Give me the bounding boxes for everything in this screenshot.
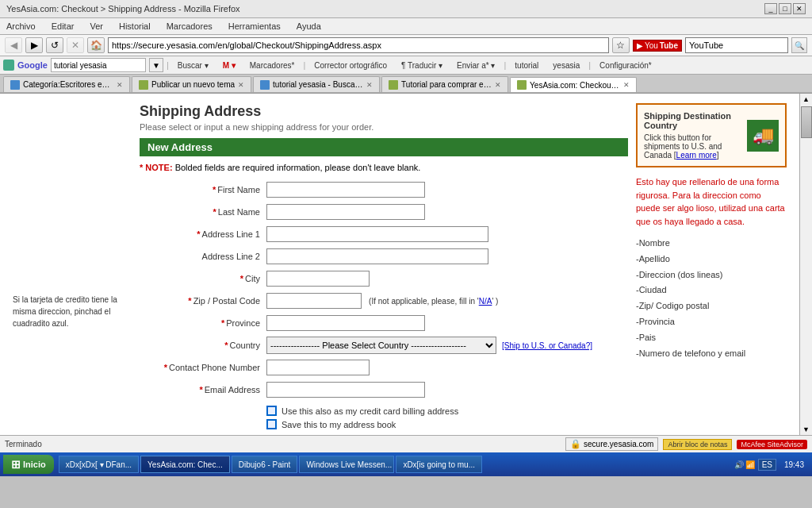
checkboxes-section: Use this also as my credit card billing … (140, 406, 628, 429)
search-box[interactable] (685, 37, 788, 53)
tab-1[interactable]: Publicar un nuevo tema ✕ (132, 76, 251, 92)
google-favicon (3, 60, 14, 71)
tab-close-4[interactable]: ✕ (623, 81, 630, 89)
city-input[interactable] (266, 271, 370, 287)
list-item-1: -Apellido (636, 252, 787, 267)
antivirus-badge: McAfee SiteAdvisor (737, 440, 807, 449)
province-input[interactable] (266, 315, 425, 331)
tab-2[interactable]: tutorial yesasia - Buscar con Google ✕ (253, 76, 380, 92)
taskbar-item-4[interactable]: xDx[is going to mu... (396, 456, 482, 473)
country-select[interactable]: ----------------- Please Select Country … (266, 337, 496, 354)
star-icon[interactable]: ☆ (612, 37, 630, 53)
menu-bar: Archivo Editar Ver Historial Marcadores … (0, 18, 812, 35)
menu-archivo[interactable]: Archivo (3, 20, 39, 33)
bookmark-marcadores[interactable]: Marcadores* (244, 60, 301, 71)
address-bar[interactable] (108, 37, 609, 53)
phone-input[interactable] (266, 360, 370, 375)
country-label: Country (229, 341, 260, 350)
last-name-input[interactable] (266, 204, 425, 220)
scroll-down[interactable]: ▼ (801, 424, 811, 435)
list-item-5: -Provincia (636, 314, 787, 330)
flag-icon: 🚚 (753, 125, 774, 146)
page-layout: Si la tarjeta de credito tiene la misma … (13, 103, 787, 435)
security-indicator: 🔒 secure.yesasia.com (565, 437, 658, 451)
city-label: City (245, 274, 260, 283)
start-button[interactable]: ⊞ Inicio (3, 455, 54, 474)
menu-herramientas[interactable]: Herramientas (225, 20, 284, 33)
menu-historial[interactable]: Historial (116, 20, 154, 33)
save-checkbox[interactable] (266, 419, 277, 429)
taskbar-item-0[interactable]: xDx[xDx[ ▾ DFan... (59, 456, 139, 473)
menu-marcadores[interactable]: Marcadores (163, 20, 216, 33)
stop-button[interactable]: ✕ (67, 37, 84, 53)
tab-close-2[interactable]: ✕ (366, 81, 373, 89)
bookmark-m[interactable]: M ▾ (217, 60, 241, 71)
zip-label: Zip / Postal Code (193, 296, 260, 306)
city-row: *City (140, 267, 628, 290)
scroll-up[interactable]: ▲ (801, 94, 811, 105)
minimize-button[interactable]: _ (764, 3, 777, 14)
tab-4[interactable]: YesAsia.com: Checkout > Shippin... ✕ (510, 77, 637, 93)
close-button[interactable]: ✕ (793, 3, 806, 14)
taskbar-item-3[interactable]: Windows Live Messen... (299, 456, 394, 473)
address2-input[interactable] (266, 248, 488, 264)
home-button[interactable]: 🏠 (87, 37, 105, 53)
google-search-input[interactable] (51, 58, 146, 72)
bookmark-config[interactable]: Configuración* (594, 60, 657, 71)
bookmark-corrector[interactable]: Corrector ortográfico (308, 60, 393, 71)
page-subtitle: Please select or input a new shipping ad… (140, 122, 628, 132)
menu-ver[interactable]: Ver (86, 20, 106, 33)
notepad-button[interactable]: Abrir bloc de notas (663, 439, 732, 450)
destination-desc: Click this button for shipments to U.S. … (644, 133, 741, 160)
bookmark-traducir[interactable]: ¶ Traducir ▾ (396, 60, 448, 71)
bookmark-tutorial[interactable]: tutorial (509, 60, 544, 71)
back-button[interactable]: ◀ (5, 37, 22, 53)
left-annotation-area: Si la tarjeta de credito tiene la misma … (13, 103, 132, 435)
na-link[interactable]: N/A (479, 297, 492, 306)
scrollbar[interactable]: ▲ ▼ (799, 94, 812, 435)
list-item-4: -Zip/ Codigo postal (636, 298, 787, 314)
maximize-button[interactable]: □ (779, 3, 791, 14)
browser-title: YesAsia.com: Checkout > Shipping Address… (6, 4, 240, 13)
destination-button[interactable]: 🚚 (747, 120, 779, 152)
taskbar-item-2[interactable]: Dibujo6 - Paint (232, 456, 298, 473)
new-address-header: New Address (140, 138, 628, 156)
menu-ayuda[interactable]: Ayuda (293, 20, 324, 33)
zip-note: (If not applicable, please, fill in 'N/A… (369, 297, 498, 306)
forward-button[interactable]: ▶ (25, 37, 43, 53)
address1-input[interactable] (266, 226, 488, 242)
learn-more-link[interactable]: Learn more (676, 151, 717, 160)
list-item-7: -Numero de telefono y email (636, 346, 787, 362)
country-row: *Country ----------------- Please Select… (140, 334, 628, 356)
bookmark-enviar[interactable]: Enviar a* ▾ (451, 60, 500, 71)
bookmark-buscar[interactable]: Buscar ▾ (172, 60, 214, 71)
ship-to-us-link[interactable]: [Ship to U.S. or Canada?] (502, 341, 592, 350)
search-button[interactable]: 🔍 (791, 37, 807, 53)
tab-close-3[interactable]: ✕ (495, 81, 501, 89)
first-name-input[interactable] (266, 182, 425, 198)
tab-close-1[interactable]: ✕ (238, 81, 244, 89)
reload-button[interactable]: ↺ (46, 37, 63, 53)
scroll-thumb[interactable] (801, 106, 812, 138)
list-item-0: -Nombre (636, 236, 787, 252)
tab-0[interactable]: Categoría:Escritores en Japonés - Whip..… (3, 76, 130, 92)
page-heading: Shipping Address (140, 103, 628, 120)
form-table: *First Name *Last Name *Address Line 1 A… (140, 179, 628, 401)
tab-close-0[interactable]: ✕ (117, 81, 123, 89)
email-input[interactable] (266, 382, 425, 398)
left-annotation-text: Si la tarjeta de credito tiene la misma … (13, 294, 132, 329)
first-name-label: First Name (217, 185, 260, 194)
google-search-btn[interactable]: ▼ (149, 58, 163, 72)
tab-favicon-4 (517, 80, 527, 90)
bookmark-yesasia[interactable]: yesasia (547, 60, 585, 71)
language-indicator: ES (758, 459, 776, 471)
menu-editar[interactable]: Editar (48, 20, 78, 33)
last-name-row: *Last Name (140, 201, 628, 223)
first-name-row: *First Name (140, 179, 628, 201)
list-item-3: -Ciudad (636, 283, 787, 298)
taskbar-item-1[interactable]: YesAsia.com: Chec... (140, 456, 230, 473)
zip-input[interactable] (266, 293, 362, 309)
billing-checkbox[interactable] (266, 406, 277, 416)
tab-3[interactable]: Tutorial para comprar en YesAsia (CDs ..… (381, 76, 508, 92)
taskbar-items: xDx[xDx[ ▾ DFan... YesAsia.com: Chec... … (59, 456, 730, 473)
